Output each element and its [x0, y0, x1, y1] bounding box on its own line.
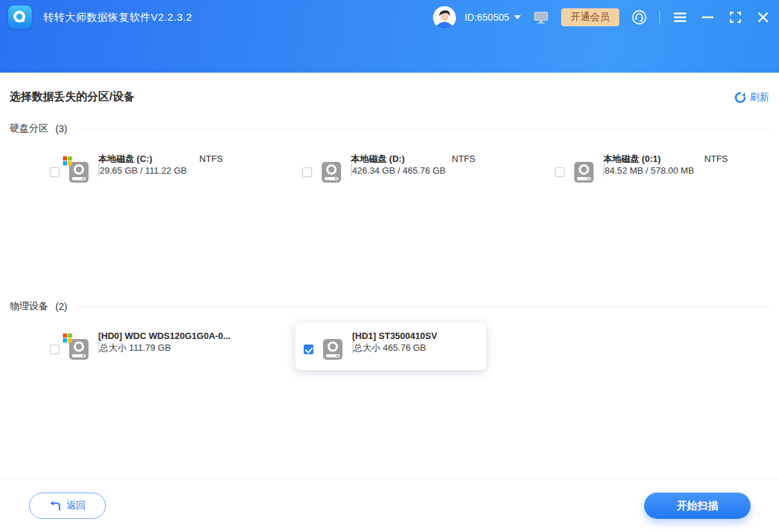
device-list: [HD0] WDC WDS120G1G0A-0... 总大小 111.79 GB…: [50, 322, 486, 370]
disk-size-label: 426.34 GB / 465.76 GB: [352, 165, 446, 176]
disk-checkbox[interactable]: [555, 167, 565, 177]
hard-drive-icon: [320, 337, 345, 362]
hard-drive-icon: [571, 160, 596, 185]
section-title: 硬盘分区: [10, 122, 48, 135]
back-arrow-icon: [49, 501, 61, 511]
user-id-dropdown[interactable]: ID:650505: [464, 12, 521, 23]
back-button[interactable]: 返回: [29, 493, 106, 519]
user-avatar[interactable]: [433, 6, 456, 29]
disk-size-label: 84.52 MB / 578.00 MB: [605, 165, 694, 176]
disk-info: 本地磁盘 (C:) NTFS 29.65 GB / 111.22 GB: [98, 154, 223, 185]
disk-info: [HD1] ST3500410SV 总大小 465.76 GB: [352, 331, 477, 362]
disk-filesystem: NTFS: [452, 154, 475, 164]
disk-info: [HD0] WDC WDS120G1G0A-0... 总大小 111.79 GB: [98, 331, 223, 362]
disk-name: 本地磁盘 (0:1): [603, 154, 661, 164]
user-id-label: ID:650505: [464, 12, 509, 23]
page-title: 选择数据丢失的分区/设备: [10, 90, 134, 104]
disk-filesystem: NTFS: [704, 154, 728, 164]
vip-upgrade-button[interactable]: 开通会员: [561, 8, 619, 26]
disk-item[interactable]: 本地磁盘 (D:) NTFS 426.34 GB / 465.76 GB: [302, 154, 475, 185]
disk-checkbox[interactable]: [50, 167, 59, 177]
disk-item[interactable]: [HD1] ST3500410SV 总大小 465.76 GB: [304, 331, 477, 362]
app-title: 转转大师数据恢复软件V2.2.3.2: [44, 11, 192, 24]
disk-name: [HD0] WDC WDS120G1G0A-0...: [98, 331, 230, 341]
disk-checkbox[interactable]: [50, 345, 59, 354]
chevron-down-icon: [514, 15, 521, 19]
disk-name: [HD1] ST3500410SV: [352, 331, 437, 341]
section-divider: [78, 129, 769, 129]
footer-bar: 返回 开始扫描: [0, 479, 779, 532]
disk-item[interactable]: 本地磁盘 (C:) NTFS 29.65 GB / 111.22 GB: [50, 154, 223, 185]
disk-item[interactable]: [HD0] WDC WDS120G1G0A-0... 总大小 111.79 GB: [50, 331, 223, 362]
back-button-label: 返回: [66, 499, 86, 512]
refresh-label: 刷新: [750, 91, 769, 104]
hard-drive-icon: [66, 337, 91, 362]
title-bar: 转转大师数据恢复软件V2.2.3.2 ID:650505: [0, 0, 779, 73]
refresh-icon: [735, 92, 746, 103]
disk-info: 本地磁盘 (D:) NTFS 426.34 GB / 465.76 GB: [351, 154, 475, 185]
hard-drive-icon: [319, 160, 344, 185]
disk-info: 本地磁盘 (0:1) NTFS 84.52 MB / 578.00 MB: [603, 154, 728, 185]
start-scan-button[interactable]: 开始扫描: [644, 493, 751, 519]
section-divider: [78, 306, 769, 307]
customer-service-icon[interactable]: [632, 10, 647, 25]
section-title: 物理设备: [10, 300, 48, 313]
section-header-partitions: 硬盘分区 (3): [10, 122, 769, 135]
section-count: (3): [55, 123, 67, 134]
disk-name: 本地磁盘 (C:): [98, 154, 152, 164]
disk-checkbox[interactable]: [302, 167, 312, 177]
partition-list: 本地磁盘 (C:) NTFS 29.65 GB / 111.22 GB 本地磁盘…: [50, 154, 728, 185]
disk-checkbox[interactable]: [304, 345, 313, 354]
header-divider: [659, 11, 660, 24]
menu-icon[interactable]: [672, 10, 688, 25]
windows-logo-icon: [63, 333, 72, 342]
selected-device-card[interactable]: [HD1] ST3500410SV 总大小 465.76 GB: [295, 322, 486, 370]
minimize-icon[interactable]: [700, 10, 715, 25]
device-monitor-icon[interactable]: [533, 10, 549, 25]
section-count: (2): [55, 301, 67, 312]
disk-size-label: 总大小 465.76 GB: [354, 342, 426, 353]
disk-size-label: 29.65 GB / 111.22 GB: [100, 165, 187, 176]
windows-logo-icon: [63, 156, 72, 165]
app-logo-icon: [8, 6, 32, 29]
close-icon[interactable]: [755, 10, 771, 25]
refresh-button[interactable]: 刷新: [735, 91, 769, 104]
hard-drive-icon: [66, 160, 91, 185]
section-header-devices: 物理设备 (2): [10, 300, 769, 313]
disk-name: 本地磁盘 (D:): [351, 154, 405, 164]
disk-filesystem: NTFS: [199, 154, 223, 164]
disk-item[interactable]: 本地磁盘 (0:1) NTFS 84.52 MB / 578.00 MB: [555, 154, 728, 185]
disk-size-label: 总大小 111.79 GB: [100, 342, 171, 353]
maximize-icon[interactable]: [728, 10, 743, 25]
